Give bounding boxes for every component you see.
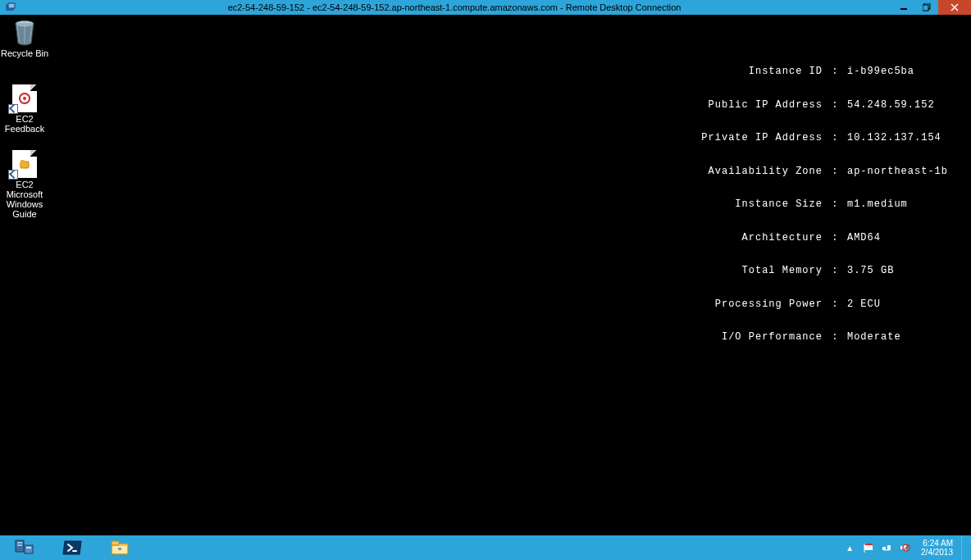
info-val: ap-northeast-1b [847, 166, 948, 178]
ec2-guide-icon[interactable]: EC2 Microsoft Windows Guide [0, 150, 53, 219]
shortcut-overlay-icon [8, 104, 18, 114]
info-key: Instance ID [682, 66, 823, 78]
recycle-bin-label: Recycle Bin [0, 48, 53, 58]
info-val: i-b99ec5ba [847, 66, 929, 78]
info-val: 10.132.137.154 [847, 133, 941, 144]
minimize-button[interactable] [892, 0, 915, 15]
restore-button[interactable] [915, 0, 938, 15]
clock-time: 6:24 AM [921, 539, 953, 548]
info-key: I/O Performance [682, 332, 823, 344]
close-button[interactable] [938, 0, 971, 15]
info-key: Architecture [682, 233, 823, 244]
info-val: m1.medium [847, 199, 929, 211]
ec2-feedback-label: EC2 Feedback [0, 114, 53, 134]
recycle-bin-icon[interactable]: Recycle Bin [0, 19, 53, 58]
info-key: Processing Power [682, 299, 823, 311]
svg-rect-15 [25, 545, 33, 553]
file-explorer-taskbar-icon[interactable] [103, 537, 136, 558]
shortcut-overlay-icon [8, 170, 18, 180]
svg-rect-16 [26, 547, 31, 549]
info-val: 54.248.59.152 [847, 100, 935, 112]
desktop[interactable]: Recycle Bin EC2 Feedback EC2 Microsoft W… [0, 15, 971, 535]
info-val: AMD64 [847, 233, 929, 244]
server-manager-taskbar-icon[interactable] [8, 537, 41, 558]
svg-rect-14 [17, 544, 22, 546]
tray-flag-icon[interactable] [862, 541, 875, 554]
svg-point-9 [23, 97, 26, 100]
ec2-feedback-icon[interactable]: EC2 Feedback [0, 84, 53, 134]
taskbar-clock[interactable]: 6:24 AM 2/4/2013 [921, 539, 953, 557]
info-val: 3.75 GB [847, 266, 929, 277]
svg-rect-1 [8, 3, 15, 8]
clock-date: 2/4/2013 [921, 548, 953, 557]
info-val: 2 ECU [847, 299, 929, 311]
info-val: Moderate [847, 332, 929, 344]
tray-network-icon[interactable] [880, 541, 893, 554]
svg-rect-13 [17, 542, 22, 544]
ec2-guide-label: EC2 Microsoft Windows Guide [0, 180, 53, 219]
instance-info-overlay: Instance ID:i-b99ec5ba Public IP Address… [682, 44, 948, 366]
svg-rect-22 [864, 544, 873, 545]
show-desktop-button[interactable] [961, 535, 968, 560]
window-title: ec2-54-248-59-152 - ec2-54-248-59-152.ap… [16, 2, 892, 12]
info-key: Availability Zone [682, 166, 823, 178]
tray-volume-icon[interactable] [898, 541, 911, 554]
taskbar: ▲ 6:24 AM 2/4/2013 [0, 535, 971, 560]
svg-rect-24 [882, 547, 886, 550]
svg-point-8 [16, 21, 34, 27]
svg-rect-20 [118, 548, 121, 550]
svg-rect-11 [21, 160, 25, 162]
powershell-taskbar-icon[interactable] [56, 537, 89, 558]
info-key: Public IP Address [682, 100, 823, 112]
svg-rect-25 [887, 545, 891, 550]
info-key: Instance Size [682, 199, 823, 211]
info-key: Total Memory [682, 266, 823, 277]
tray-overflow-icon[interactable]: ▲ [842, 544, 857, 553]
svg-rect-10 [21, 162, 29, 168]
info-key: Private IP Address [682, 133, 823, 144]
system-menu-icon[interactable] [5, 2, 16, 13]
svg-rect-4 [923, 5, 928, 11]
window-controls [892, 0, 971, 15]
rdp-titlebar: ec2-54-248-59-152 - ec2-54-248-59-152.ap… [0, 0, 971, 15]
svg-rect-18 [112, 541, 119, 545]
